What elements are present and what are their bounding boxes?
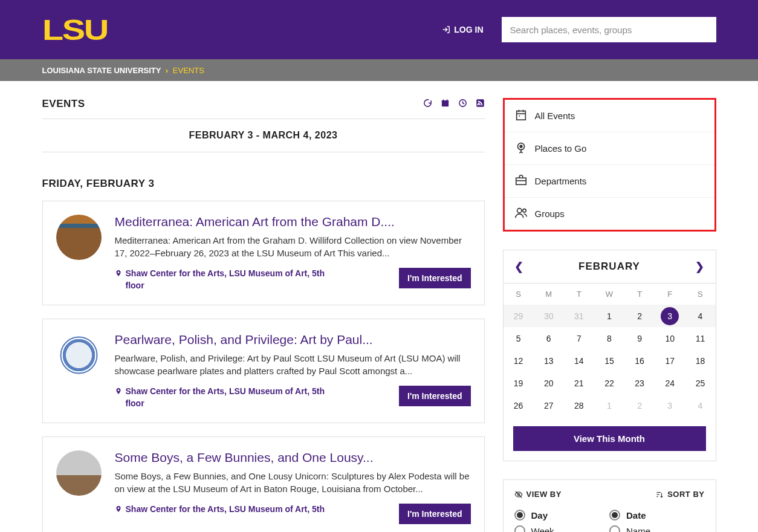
cal-day[interactable]: 20 (534, 372, 564, 394)
cal-day[interactable]: 10 (655, 327, 685, 349)
svg-rect-7 (516, 111, 525, 120)
cal-day[interactable]: 17 (655, 349, 685, 372)
cal-dow: S (685, 284, 715, 305)
sidebar-item-departments[interactable]: Departments (505, 165, 714, 198)
cal-day[interactable]: 2 (624, 394, 655, 417)
google-icon[interactable] (423, 99, 432, 109)
sidebar-item-groups[interactable]: Groups (505, 198, 714, 230)
cal-day[interactable]: 2 (624, 305, 655, 327)
cal-prev[interactable]: ❮ (514, 260, 523, 273)
svg-point-16 (517, 209, 521, 213)
svg-rect-14 (516, 178, 526, 184)
breadcrumb-sep: › (166, 66, 168, 75)
cal-dow: W (594, 284, 624, 305)
view-option-day[interactable]: Day (514, 510, 610, 521)
cal-day[interactable]: 26 (504, 394, 534, 417)
event-description: Some Boys, a Few Bunnies, and One Lousy … (115, 470, 471, 495)
cal-day[interactable]: 18 (685, 349, 715, 372)
logo[interactable]: LSU (42, 13, 108, 47)
event-location[interactable]: Shaw Center for the Arts, LSU Museum of … (115, 268, 332, 291)
cal-day[interactable]: 16 (624, 349, 655, 372)
cal-day[interactable]: 21 (564, 372, 594, 394)
view-month-button[interactable]: View This Month (513, 426, 706, 451)
event-description: Pearlware, Polish, and Privilege: Art by… (115, 352, 471, 377)
radio-label: Name (626, 526, 650, 533)
nav-icon (514, 141, 528, 156)
event-title[interactable]: Some Boys, a Few Bunnies, and One Lousy.… (115, 450, 471, 465)
nav-label: Groups (535, 209, 565, 219)
cal-day[interactable]: 30 (534, 305, 564, 327)
cal-day[interactable]: 13 (534, 349, 564, 372)
view-by-header: VIEW BY (514, 490, 562, 499)
cal-day[interactable]: 9 (624, 327, 655, 349)
cal-month: FEBRUARY (578, 261, 640, 273)
radio-icon (514, 510, 525, 521)
breadcrumb-current: EVENTS (173, 66, 204, 75)
map-pin-icon (115, 269, 122, 277)
event-thumbnail[interactable] (56, 215, 102, 260)
sort-by-header: SORT BY (655, 490, 704, 499)
cal-day[interactable]: 22 (594, 372, 624, 394)
event-location[interactable]: Shaw Center for the Arts, LSU Museum of … (115, 504, 325, 516)
cal-day[interactable]: 7 (564, 327, 594, 349)
sidebar-nav: All EventsPlaces to GoDepartmentsGroups (503, 98, 716, 232)
event-thumbnail[interactable] (56, 332, 102, 378)
radio-icon (609, 510, 620, 521)
day-header: FRIDAY, FEBRUARY 3 (42, 178, 485, 190)
event-thumbnail[interactable] (56, 450, 102, 496)
cal-day[interactable]: 4 (685, 394, 715, 417)
event-location[interactable]: Shaw Center for the Arts, LSU Museum of … (115, 386, 332, 409)
cal-day[interactable]: 3 (655, 394, 685, 417)
cal-day[interactable]: 31 (564, 305, 594, 327)
cal-day[interactable]: 8 (594, 327, 624, 349)
cal-day[interactable]: 28 (564, 394, 594, 417)
cal-day[interactable]: 4 (685, 305, 715, 327)
cal-day[interactable]: 29 (504, 305, 534, 327)
cal-day[interactable]: 12 (504, 349, 534, 372)
event-card: Pearlware, Polish, and Privilege: Art by… (42, 319, 485, 423)
sort-option-date[interactable]: Date (609, 510, 705, 521)
svg-point-17 (522, 209, 526, 213)
cal-day[interactable]: 5 (504, 327, 534, 349)
cal-day[interactable]: 11 (685, 327, 715, 349)
event-title[interactable]: Mediterranea: American Art from the Grah… (115, 215, 471, 229)
sidebar-item-places-to-go[interactable]: Places to Go (505, 132, 714, 165)
clock-icon[interactable] (458, 99, 467, 109)
search-input[interactable] (502, 17, 716, 42)
login-label: LOG IN (454, 25, 483, 34)
interested-button[interactable]: I'm Interested (399, 504, 470, 524)
sort-option-name[interactable]: Name (609, 525, 705, 532)
breadcrumb-root[interactable]: LOUISIANA STATE UNIVERSITY (42, 66, 161, 75)
cal-day[interactable]: 24 (655, 372, 685, 394)
radio-label: Day (531, 510, 548, 521)
breadcrumb: LOUISIANA STATE UNIVERSITY › EVENTS (42, 66, 716, 75)
rss-icon[interactable] (476, 99, 485, 109)
cal-dow: T (564, 284, 594, 305)
cal-day[interactable]: 14 (564, 349, 594, 372)
cal-day[interactable]: 1 (594, 394, 624, 417)
calendar-icon[interactable] (441, 99, 450, 109)
cal-day[interactable]: 1 (594, 305, 624, 327)
radio-icon (609, 525, 620, 532)
view-option-week[interactable]: Week (514, 525, 610, 532)
cal-day[interactable]: 15 (594, 349, 624, 372)
interested-button[interactable]: I'm Interested (399, 268, 470, 288)
nav-label: All Events (535, 111, 575, 121)
svg-rect-6 (476, 99, 484, 107)
cal-day[interactable]: 27 (534, 394, 564, 417)
cal-day[interactable]: 19 (504, 372, 534, 394)
cal-dow: T (624, 284, 655, 305)
cal-day[interactable]: 25 (685, 372, 715, 394)
event-title[interactable]: Pearlware, Polish, and Privilege: Art by… (115, 332, 471, 347)
cal-next[interactable]: ❯ (695, 260, 704, 273)
cal-day[interactable]: 23 (624, 372, 655, 394)
cal-day[interactable]: 3 (655, 305, 685, 327)
nav-icon (514, 174, 528, 189)
event-description: Mediterranea: American Art from the Grah… (115, 234, 471, 259)
interested-button[interactable]: I'm Interested (399, 386, 470, 406)
svg-point-13 (520, 145, 522, 148)
login-link[interactable]: LOG IN (442, 25, 483, 34)
cal-day[interactable]: 6 (534, 327, 564, 349)
nav-label: Places to Go (535, 143, 587, 154)
sidebar-item-all-events[interactable]: All Events (505, 100, 714, 132)
